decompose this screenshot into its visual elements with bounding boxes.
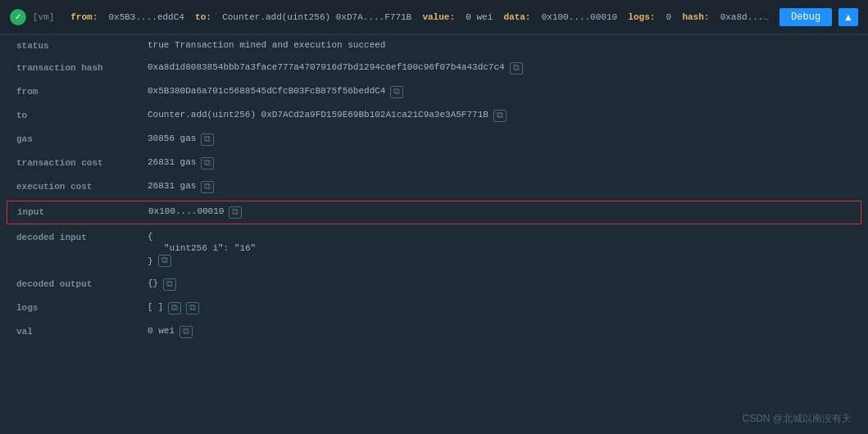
logs-close-bracket: ] bbox=[158, 302, 164, 312]
decoded-input-field: "uint256 i": "16" bbox=[148, 243, 256, 253]
collapse-button[interactable]: ▲ bbox=[838, 8, 858, 26]
status-row: status true Transaction mined and execut… bbox=[0, 34, 868, 57]
logs-copy-icon-1[interactable]: ⧉ bbox=[168, 302, 181, 314]
from-value: 0x5B380Da6a701c5688545dCfcB03FcB875f56be… bbox=[148, 86, 852, 98]
decoded-input-close-line: } ⧉ bbox=[148, 255, 256, 267]
input-row: input 0x100....00010 ⧉ bbox=[7, 201, 861, 224]
header-bar: ✓ [vm] from: 0x5B3....eddC4 to: Counter.… bbox=[0, 0, 868, 34]
tx-cost-row: transaction cost 26831 gas ⧉ bbox=[0, 151, 868, 175]
gas-copy-icon[interactable]: ⧉ bbox=[201, 133, 214, 146]
decoded-input-row: decoded input { "uint256 i": "16" } ⧉ bbox=[0, 226, 868, 273]
decoded-input-copy-icon[interactable]: ⧉ bbox=[158, 255, 171, 267]
decoded-input-label: decoded input bbox=[16, 232, 148, 242]
debug-button[interactable]: Debug bbox=[779, 8, 832, 26]
logs-open-bracket: [ bbox=[148, 302, 153, 312]
gas-row: gas 30856 gas ⧉ bbox=[0, 128, 868, 151]
logs-label: logs bbox=[16, 302, 148, 313]
decoded-input-block: { "uint256 i": "16" } ⧉ bbox=[148, 232, 256, 267]
transaction-details: status true Transaction mined and execut… bbox=[0, 34, 868, 344]
data-keyword: data: bbox=[503, 12, 530, 22]
header-data-value: 0x100....00010 bbox=[536, 12, 623, 22]
header-value-value: 0 wei bbox=[461, 12, 498, 22]
tx-hash-label: transaction hash bbox=[16, 62, 148, 73]
header-logs-value: 0 bbox=[661, 12, 677, 22]
decoded-output-label: decoded output bbox=[16, 278, 148, 289]
val-value: 0 wei ⧉ bbox=[148, 326, 852, 338]
decoded-output-row: decoded output {} ⧉ bbox=[0, 273, 868, 296]
header-to-value: Counter.add(uint256) 0xD7A....F771B bbox=[217, 12, 417, 22]
logs-value: [ ] ⧉ ⧉ bbox=[148, 302, 852, 314]
from-row: from 0x5B380Da6a701c5688545dCfcB03FcB875… bbox=[0, 80, 868, 104]
tx-cost-label: transaction cost bbox=[16, 157, 148, 168]
decoded-input-open: { bbox=[148, 232, 256, 242]
from-label: from bbox=[16, 86, 148, 97]
to-value: Counter.add(uint256) 0xD7ACd2a9FD159E69B… bbox=[148, 110, 852, 122]
decoded-output-copy-icon[interactable]: ⧉ bbox=[163, 278, 176, 291]
to-copy-icon[interactable]: ⧉ bbox=[493, 110, 507, 122]
gas-value: 30856 gas ⧉ bbox=[148, 133, 852, 146]
value-keyword: value: bbox=[422, 12, 455, 22]
hash-keyword: hash: bbox=[682, 12, 709, 22]
input-label: input bbox=[17, 206, 148, 217]
decoded-input-value: { "uint256 i": "16" } ⧉ bbox=[148, 232, 852, 267]
to-label: to bbox=[16, 110, 148, 120]
exec-cost-value: 26831 gas ⧉ bbox=[148, 181, 852, 193]
watermark: CSDN @北城以南没有天 bbox=[742, 412, 852, 426]
exec-cost-copy-icon[interactable]: ⧉ bbox=[201, 181, 214, 193]
decoded-input-close: } bbox=[148, 256, 153, 266]
logs-row: logs [ ] ⧉ ⧉ bbox=[0, 296, 868, 320]
val-row: val 0 wei ⧉ bbox=[0, 320, 868, 344]
exec-cost-row: execution cost 26831 gas ⧉ bbox=[0, 175, 868, 199]
input-copy-icon[interactable]: ⧉ bbox=[229, 206, 242, 219]
gas-label: gas bbox=[16, 133, 148, 144]
tx-hash-copy-icon[interactable]: ⧉ bbox=[510, 62, 523, 75]
tx-cost-value: 26831 gas ⧉ bbox=[148, 157, 852, 170]
to-row: to Counter.add(uint256) 0xD7ACd2a9FD159E… bbox=[0, 104, 868, 128]
vm-label: [vm] bbox=[33, 12, 54, 22]
from-keyword: from: bbox=[70, 12, 98, 22]
header-from-value: 0x5B3....eddC4 bbox=[103, 12, 190, 22]
exec-cost-label: execution cost bbox=[16, 181, 148, 192]
success-icon: ✓ bbox=[10, 9, 26, 25]
tx-hash-row: transaction hash 0xa8d1d8083854bbb7a3fac… bbox=[0, 57, 868, 80]
from-copy-icon[interactable]: ⧉ bbox=[390, 86, 403, 98]
to-keyword: to: bbox=[195, 12, 211, 22]
tx-hash-value: 0xa8d1d8083854bbb7a3face777a4707916d7bd1… bbox=[148, 62, 852, 75]
header-text: [vm] from: 0x5B3....eddC4 to: Counter.ad… bbox=[33, 12, 773, 22]
decoded-output-value: {} ⧉ bbox=[148, 278, 852, 291]
input-value: 0x100....00010 ⧉ bbox=[148, 206, 851, 219]
header-hash-value: 0xa8d....dc7c4 bbox=[715, 12, 773, 22]
status-label: status bbox=[16, 40, 148, 51]
val-label: val bbox=[16, 326, 148, 337]
logs-keyword: logs: bbox=[628, 12, 655, 22]
status-value: true Transaction mined and execution suc… bbox=[148, 40, 852, 50]
tx-cost-copy-icon[interactable]: ⧉ bbox=[201, 157, 214, 170]
logs-copy-icon-2[interactable]: ⧉ bbox=[186, 302, 199, 314]
val-copy-icon[interactable]: ⧉ bbox=[180, 326, 193, 338]
